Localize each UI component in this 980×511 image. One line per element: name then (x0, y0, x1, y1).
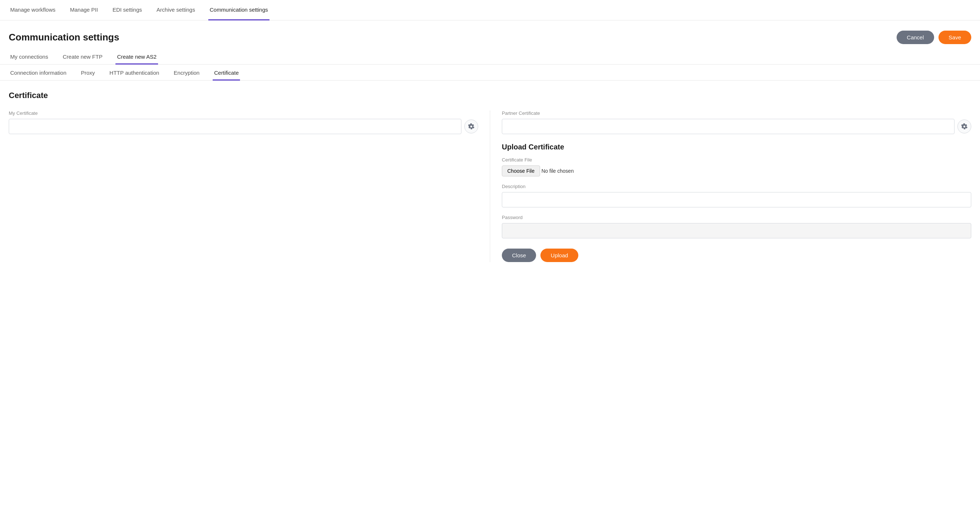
upload-actions: Close Upload (502, 249, 971, 262)
save-button[interactable]: Save (939, 30, 971, 44)
nav-item-communication-settings[interactable]: Communication settings (208, 0, 269, 21)
tab-connection-information[interactable]: Connection information (9, 66, 68, 81)
upload-certificate-section: Upload Certificate Certificate File Desc… (502, 143, 971, 262)
page-header: Communication settings Cancel Save (0, 21, 980, 50)
gear-icon (468, 123, 474, 130)
tab-proxy[interactable]: Proxy (80, 66, 96, 81)
certificate-file-input[interactable] (502, 166, 598, 176)
sub-nav-create-new-as2[interactable]: Create new AS2 (115, 50, 158, 64)
sub-nav-create-new-ftp[interactable]: Create new FTP (61, 50, 104, 64)
tab-certificate[interactable]: Certificate (213, 66, 240, 81)
main-content: Certificate My Certificate Partner Certi… (0, 81, 980, 272)
password-label: Password (502, 215, 971, 220)
file-input-wrapper (502, 166, 971, 176)
left-column: My Certificate (9, 110, 490, 262)
top-nav: Manage workflows Manage PII EDI settings… (0, 0, 980, 21)
tab-encryption[interactable]: Encryption (172, 66, 201, 81)
header-actions: Cancel Save (897, 30, 971, 44)
upload-certificate-title: Upload Certificate (502, 143, 971, 151)
gear-icon (961, 123, 967, 130)
my-certificate-label: My Certificate (9, 110, 478, 116)
nav-item-archive-settings[interactable]: Archive settings (155, 0, 197, 21)
partner-certificate-field-group (502, 119, 971, 134)
password-input[interactable] (502, 223, 971, 238)
nav-item-manage-pii[interactable]: Manage PII (68, 0, 99, 21)
partner-certificate-input[interactable] (502, 119, 955, 134)
description-label: Description (502, 184, 971, 189)
description-input[interactable] (502, 192, 971, 208)
columns-layout: My Certificate Partner Certificate (9, 110, 971, 262)
tab-http-authentication[interactable]: HTTP authentication (108, 66, 161, 81)
close-button[interactable]: Close (502, 249, 536, 262)
page-title: Communication settings (9, 32, 119, 43)
partner-certificate-label: Partner Certificate (502, 110, 971, 116)
nav-item-edi-settings[interactable]: EDI settings (111, 0, 143, 21)
sub-nav-my-connections[interactable]: My connections (9, 50, 49, 64)
cert-file-label: Certificate File (502, 157, 971, 163)
section-title: Certificate (9, 91, 971, 100)
right-column: Partner Certificate Upload Certificate C… (490, 110, 971, 262)
my-certificate-input[interactable] (9, 119, 461, 134)
sub-nav: My connections Create new FTP Create new… (0, 50, 980, 64)
my-certificate-field-group (9, 119, 478, 134)
cancel-button[interactable]: Cancel (897, 30, 934, 44)
nav-item-manage-workflows[interactable]: Manage workflows (9, 0, 57, 21)
partner-certificate-gear-button[interactable] (958, 120, 971, 133)
section-nav: Connection information Proxy HTTP authen… (0, 66, 980, 81)
my-certificate-gear-button[interactable] (465, 120, 478, 133)
upload-button[interactable]: Upload (541, 249, 578, 262)
